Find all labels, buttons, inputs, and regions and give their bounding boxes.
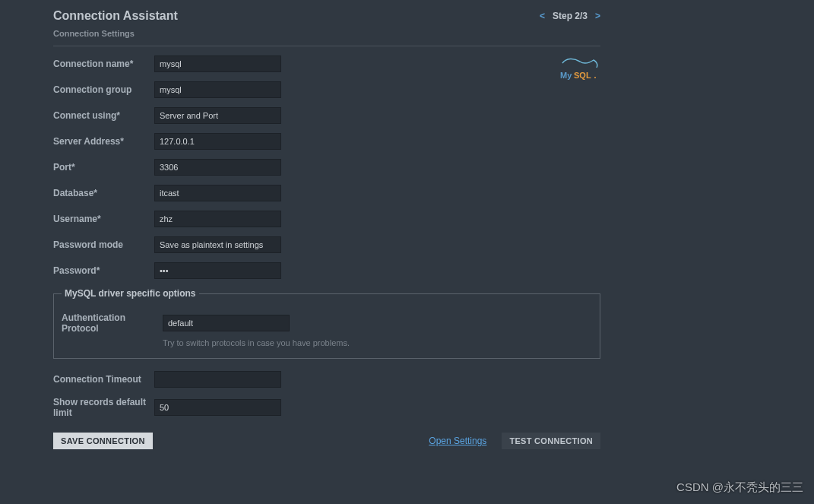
records-limit-input[interactable] [154, 399, 281, 416]
server-address-label: Server Address* [53, 136, 154, 147]
username-input[interactable] [154, 211, 281, 227]
driver-options-legend: MySQL driver specific options [62, 288, 199, 299]
auth-protocol-hint: Try to switch protocols in case you have… [163, 338, 592, 347]
connection-timeout-label: Connection Timeout [53, 374, 154, 385]
step-indicator: Step 2/3 [553, 11, 588, 21]
svg-text:My: My [560, 71, 572, 80]
connection-timeout-input[interactable] [154, 371, 281, 388]
prev-step-button[interactable]: < [540, 11, 545, 21]
connection-name-input[interactable] [154, 55, 281, 72]
watermark: CSDN @永不秃头的三三 [676, 480, 803, 495]
connection-name-label: Connection name* [53, 59, 154, 69]
save-connection-button[interactable]: Save Connection [53, 433, 153, 449]
svg-text:SQL: SQL [574, 71, 591, 80]
auth-protocol-label: Authentication Protocol [62, 312, 163, 334]
page-title: Connection Assistant [53, 9, 178, 23]
driver-options-fieldset: MySQL driver specific options Authentica… [53, 288, 600, 359]
connect-using-label: Connect using* [53, 110, 154, 121]
connect-using-select[interactable] [154, 107, 281, 124]
mysql-logo-icon: My SQL [559, 55, 600, 82]
records-limit-label: Show records default limit [53, 397, 154, 419]
password-input[interactable] [154, 262, 281, 279]
open-settings-link[interactable]: Open Settings [429, 436, 486, 446]
step-nav: < Step 2/3 > [540, 11, 600, 21]
divider [53, 46, 600, 46]
server-address-input[interactable] [154, 133, 281, 150]
password-mode-label: Password mode [53, 239, 154, 250]
next-step-button[interactable]: > [595, 11, 600, 21]
port-label: Port* [53, 162, 154, 173]
test-connection-button[interactable]: Test Connection [502, 433, 600, 449]
username-label: Username* [53, 214, 154, 224]
svg-point-2 [594, 77, 596, 78]
password-label: Password* [53, 265, 154, 276]
database-label: Database* [53, 188, 154, 198]
port-input[interactable] [154, 159, 281, 176]
page-subtitle: Connection Settings [53, 29, 600, 38]
auth-protocol-select[interactable] [163, 315, 290, 331]
connection-group-label: Connection group [53, 84, 154, 95]
connection-group-input[interactable] [154, 81, 281, 98]
password-mode-select[interactable] [154, 236, 281, 253]
database-input[interactable] [154, 185, 281, 201]
